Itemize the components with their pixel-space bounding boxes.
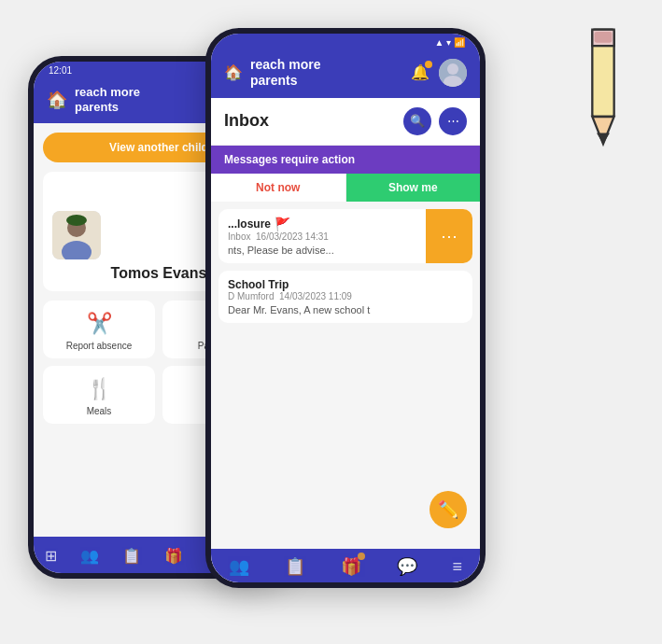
- svg-point-6: [66, 215, 87, 226]
- student-avatar: [52, 211, 101, 259]
- nav-grid-icon[interactable]: ⊞: [45, 547, 57, 565]
- status-icons-2: ▲ ▾ 📶: [435, 37, 465, 48]
- nav-list-icon-2[interactable]: 📋: [285, 556, 305, 577]
- gift-notification-dot: [358, 553, 365, 560]
- app-name-2: reach more parents: [250, 57, 320, 89]
- svg-rect-15: [595, 32, 613, 43]
- home-icon-2: 🏠: [224, 63, 243, 81]
- status-bar-2: ▲ ▾ 📶: [211, 34, 480, 49]
- avatar-2[interactable]: [439, 59, 467, 87]
- student-name: Tomos Evans: [111, 265, 207, 282]
- meals-label: Meals: [87, 406, 112, 416]
- header-2: 🏠 reach more parents 🔔: [211, 49, 480, 98]
- message-content-2: School Trip D Mumford 14/03/2023 11:09 D…: [218, 271, 472, 323]
- search-button[interactable]: 🔍: [403, 107, 431, 135]
- nav-chat-icon-2[interactable]: 💬: [397, 556, 417, 577]
- nav-list-icon[interactable]: 📋: [122, 547, 141, 565]
- inbox-actions: 🔍 ⋯: [403, 107, 467, 135]
- scissors-icon: ✂️: [87, 312, 112, 336]
- message-meta-2: D Mumford 14/03/2023 11:09: [228, 291, 463, 301]
- message-content-1: ...losure 🚩 Inbox 16/03/2023 14:31 nts, …: [218, 209, 426, 263]
- app-name-1: reach more parents: [75, 85, 140, 114]
- not-now-button[interactable]: Not now: [211, 174, 346, 202]
- svg-marker-13: [597, 133, 610, 145]
- message-action-1[interactable]: ⋯: [426, 209, 472, 263]
- action-buttons: Not now Show me: [211, 174, 480, 202]
- report-absence-label: Report absence: [66, 341, 133, 351]
- message-preview-1: nts, Please be advise...: [228, 245, 377, 256]
- message-source-1: Inbox: [228, 231, 250, 242]
- nav-people-icon-2[interactable]: 👥: [229, 556, 249, 577]
- more-button[interactable]: ⋯: [439, 107, 467, 135]
- message-meta-1: Inbox 16/03/2023 14:31: [228, 231, 416, 242]
- message-title-2: School Trip: [228, 278, 289, 291]
- bell-wrap-2: 🔔: [411, 63, 430, 81]
- inbox-bar: Inbox 🔍 ⋯: [211, 98, 480, 146]
- nav-menu-icon-2[interactable]: ≡: [453, 557, 463, 577]
- show-me-button[interactable]: Show me: [346, 174, 481, 202]
- logo-area-1: 🏠 reach more parents: [47, 85, 140, 114]
- pencil-decoration: [570, 19, 636, 131]
- action-banner: Messages require action: [211, 146, 480, 174]
- compose-button[interactable]: ✏️: [430, 491, 467, 528]
- phone-2: ▲ ▾ 📶 🏠 reach more parents 🔔: [205, 28, 486, 588]
- svg-point-8: [447, 63, 458, 75]
- notification-dot-2: [425, 61, 432, 68]
- time-1: 12:01: [49, 65, 72, 76]
- nav-people-icon[interactable]: 👥: [80, 547, 99, 565]
- home-icon-1: 🏠: [47, 90, 67, 110]
- message-title-1: ...losure: [228, 217, 271, 231]
- inbox-title: Inbox: [224, 111, 269, 131]
- meals-item[interactable]: 🍴 Meals: [43, 366, 155, 424]
- header-icons-2: 🔔: [411, 59, 467, 87]
- message-date-2: 14/03/2023 11:09: [279, 291, 352, 301]
- message-preview-2: Dear Mr. Evans, A new school t: [228, 304, 377, 315]
- nav-gift-icon-2[interactable]: 🎁: [341, 556, 361, 577]
- message-card-1[interactable]: ...losure 🚩 Inbox 16/03/2023 14:31 nts, …: [218, 209, 472, 263]
- nav-gift-icon[interactable]: 🎁: [164, 547, 183, 565]
- logo-area-2: 🏠 reach more parents: [224, 57, 320, 89]
- cutlery-icon: 🍴: [87, 377, 112, 401]
- bottom-nav-2: 👥 📋 🎁 💬 ≡: [211, 549, 480, 582]
- flag-icon-1: 🚩: [275, 217, 290, 231]
- message-source-2: D Mumford: [228, 291, 274, 301]
- message-date-1: 16/03/2023 14:31: [256, 231, 329, 242]
- message-card-2[interactable]: School Trip D Mumford 14/03/2023 11:09 D…: [218, 271, 472, 323]
- report-absence-item[interactable]: ✂️ Report absence: [43, 301, 155, 358]
